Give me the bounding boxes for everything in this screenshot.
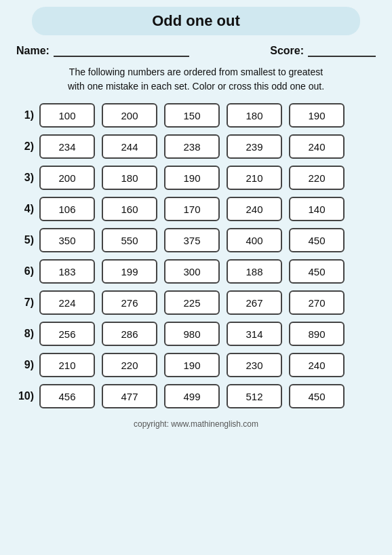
row-number: 3) (14, 172, 39, 184)
number-box[interactable]: 183 (39, 259, 95, 284)
number-box[interactable]: 234 (39, 134, 95, 159)
instructions-line2: with one mistake in each set. Color or c… (68, 81, 324, 92)
number-box[interactable]: 190 (289, 103, 345, 128)
numbers-group: 100200150180190 (39, 103, 378, 128)
name-score-row: Name: Score: (14, 45, 378, 57)
number-box[interactable]: 180 (227, 103, 282, 128)
number-box[interactable]: 200 (102, 103, 157, 128)
numbers-group: 183199300188450 (39, 259, 378, 284)
number-box[interactable]: 238 (164, 134, 220, 159)
number-box[interactable]: 350 (39, 228, 95, 252)
table-row: 5)350550375400450 (14, 228, 378, 252)
table-row: 7)224276225267270 (14, 290, 378, 315)
number-box[interactable]: 150 (164, 103, 220, 128)
number-box[interactable]: 256 (39, 322, 95, 346)
name-field: Name: (16, 45, 189, 57)
number-box[interactable]: 210 (227, 166, 282, 190)
row-number: 6) (14, 265, 39, 278)
row-number: 1) (14, 109, 39, 121)
number-box[interactable]: 190 (164, 353, 220, 377)
row-number: 5) (14, 234, 39, 246)
number-box[interactable]: 188 (227, 259, 282, 284)
table-row: 2)234244238239240 (14, 134, 378, 159)
score-underline (308, 45, 376, 57)
number-box[interactable]: 140 (289, 197, 345, 221)
number-box[interactable]: 180 (102, 166, 157, 190)
row-number: 10) (14, 390, 39, 402)
number-box[interactable]: 550 (102, 228, 157, 252)
number-box[interactable]: 499 (164, 384, 220, 408)
number-box[interactable]: 400 (227, 228, 282, 252)
numbers-group: 256286980314890 (39, 322, 378, 346)
number-box[interactable]: 477 (102, 384, 157, 408)
number-box[interactable]: 890 (289, 322, 345, 346)
number-box[interactable]: 450 (289, 259, 345, 284)
number-box[interactable]: 190 (164, 166, 220, 190)
numbers-group: 224276225267270 (39, 290, 378, 315)
numbers-group: 200180190210220 (39, 166, 378, 190)
row-number: 7) (14, 296, 39, 309)
number-box[interactable]: 240 (289, 134, 345, 159)
number-box[interactable]: 199 (102, 259, 157, 284)
table-row: 6)183199300188450 (14, 259, 378, 284)
number-box[interactable]: 170 (164, 197, 220, 221)
row-number: 9) (14, 359, 39, 371)
number-box[interactable]: 450 (289, 384, 345, 408)
copyright: copyright: www.mathinenglish.com (14, 419, 378, 429)
numbers-group: 234244238239240 (39, 134, 378, 159)
score-field: Score: (270, 45, 376, 57)
rows-container: 1)1002001501801902)2342442382392403)2001… (14, 103, 378, 408)
number-box[interactable]: 220 (289, 166, 345, 190)
number-box[interactable]: 240 (289, 353, 345, 377)
table-row: 3)200180190210220 (14, 166, 378, 190)
number-box[interactable]: 200 (39, 166, 95, 190)
number-box[interactable]: 375 (164, 228, 220, 252)
number-box[interactable]: 286 (102, 322, 157, 346)
number-box[interactable]: 225 (164, 290, 220, 315)
instructions: The following numbers are ordered from s… (14, 65, 378, 94)
table-row: 1)100200150180190 (14, 103, 378, 128)
row-number: 2) (14, 140, 39, 153)
row-number: 4) (14, 203, 39, 215)
name-label: Name: (16, 45, 50, 57)
name-underline (54, 45, 189, 57)
number-box[interactable]: 244 (102, 134, 157, 159)
table-row: 8)256286980314890 (14, 322, 378, 346)
score-label: Score: (270, 45, 304, 57)
number-box[interactable]: 980 (164, 322, 220, 346)
number-box[interactable]: 267 (227, 290, 282, 315)
number-box[interactable]: 210 (39, 353, 95, 377)
numbers-group: 350550375400450 (39, 228, 378, 252)
number-box[interactable]: 300 (164, 259, 220, 284)
number-box[interactable]: 230 (227, 353, 282, 377)
numbers-group: 106160170240140 (39, 197, 378, 221)
table-row: 9)210220190230240 (14, 353, 378, 377)
number-box[interactable]: 456 (39, 384, 95, 408)
page-title: Odd one out (32, 7, 360, 35)
number-box[interactable]: 314 (227, 322, 282, 346)
numbers-group: 210220190230240 (39, 353, 378, 377)
number-box[interactable]: 276 (102, 290, 157, 315)
number-box[interactable]: 240 (227, 197, 282, 221)
number-box[interactable]: 160 (102, 197, 157, 221)
number-box[interactable]: 270 (289, 290, 345, 315)
number-box[interactable]: 450 (289, 228, 345, 252)
number-box[interactable]: 220 (102, 353, 157, 377)
number-box[interactable]: 106 (39, 197, 95, 221)
number-box[interactable]: 512 (227, 384, 282, 408)
numbers-group: 456477499512450 (39, 384, 378, 408)
number-box[interactable]: 239 (227, 134, 282, 159)
number-box[interactable]: 100 (39, 103, 95, 128)
row-number: 8) (14, 328, 39, 340)
number-box[interactable]: 224 (39, 290, 95, 315)
table-row: 4)106160170240140 (14, 197, 378, 221)
table-row: 10)456477499512450 (14, 384, 378, 408)
instructions-line1: The following numbers are ordered from s… (69, 66, 323, 77)
